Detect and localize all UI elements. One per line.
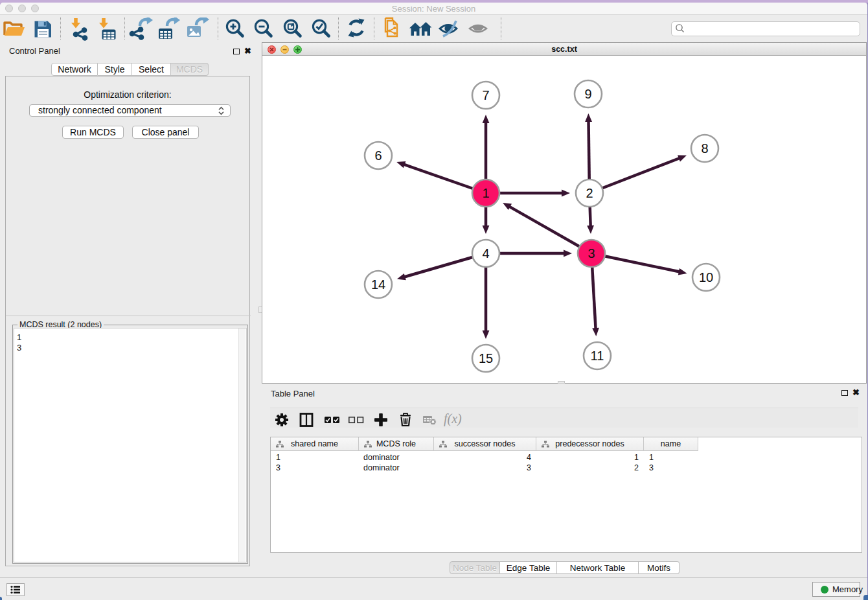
svg-text:7: 7: [482, 88, 489, 102]
svg-text:11: 11: [591, 349, 604, 363]
svg-text:6: 6: [374, 148, 382, 163]
svg-text:2: 2: [586, 186, 593, 200]
svg-text:9: 9: [584, 87, 591, 101]
svg-text:8: 8: [701, 141, 708, 156]
svg-text:4: 4: [482, 246, 489, 260]
svg-text:14: 14: [371, 277, 385, 292]
svg-text:15: 15: [479, 351, 493, 365]
svg-text:10: 10: [699, 270, 713, 284]
svg-text:1: 1: [482, 186, 489, 200]
svg-text:3: 3: [588, 246, 595, 260]
